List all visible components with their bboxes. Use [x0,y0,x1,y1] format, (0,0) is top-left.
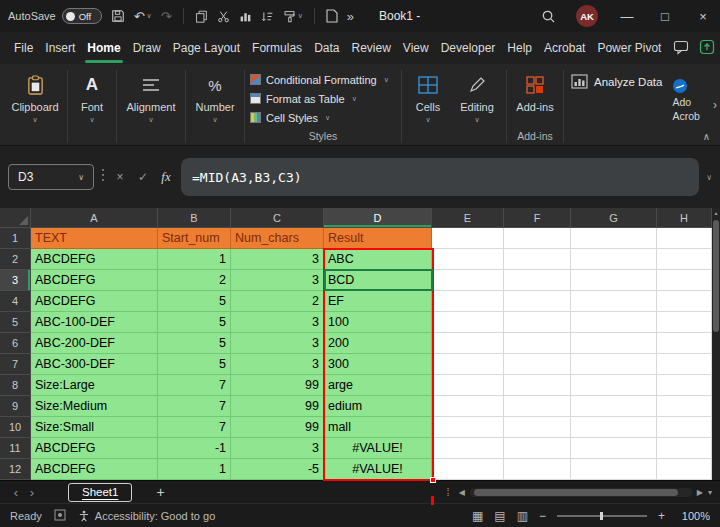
share-icon[interactable] [699,39,715,58]
cell-E11[interactable] [432,438,504,459]
conditional-formatting-button[interactable]: Conditional Formatting ∨ [250,70,396,89]
tab-file[interactable]: File [14,41,33,55]
vertical-scrollbar[interactable]: ▴ [712,208,720,480]
cell-G9[interactable] [571,396,657,417]
cell-B6[interactable]: 5 [158,333,231,354]
page-layout-view-icon[interactable]: ▤ [494,509,505,523]
cell-G1[interactable] [571,228,657,249]
cell-H6[interactable] [657,333,712,354]
cell-H12[interactable] [657,459,712,480]
zoom-slider[interactable] [557,510,647,522]
scroll-down-icon[interactable]: ▾ [708,488,712,497]
insert-function-button[interactable]: fx [158,169,174,185]
cell-F4[interactable] [504,291,571,312]
cell-C6[interactable]: 3 [231,333,324,354]
cell-D2[interactable]: ABC [324,249,432,270]
font-group-button[interactable]: A Font ∨ [71,68,113,145]
tab-review[interactable]: Review [351,41,390,55]
cell-A10[interactable]: Size:Small [31,417,158,438]
row-header-10[interactable]: 10 [0,417,31,438]
col-header-H[interactable]: H [657,208,712,228]
number-group-button[interactable]: % Number ∨ [189,68,241,145]
col-header-D[interactable]: D [324,208,432,228]
cut-icon[interactable] [217,10,230,23]
redo-icon[interactable]: ↷ [161,9,172,24]
cell-G5[interactable] [571,312,657,333]
tab-home[interactable]: Home [87,41,120,55]
cell-E1[interactable] [432,228,504,249]
zoom-in-icon[interactable]: + [658,509,665,523]
cell-H1[interactable] [657,228,712,249]
cell-B1[interactable]: Start_num [158,228,231,249]
cell-D4[interactable]: EF [324,291,432,312]
cell-D11[interactable]: #VALUE! [324,438,432,459]
account-avatar[interactable]: AK [576,5,598,27]
cell-C1[interactable]: Num_chars [231,228,324,249]
enter-button[interactable]: ✓ [135,170,151,184]
zoom-percent[interactable]: 100% [676,510,710,522]
addins-group-button[interactable]: Add-ins Add-ins [510,68,560,145]
scroll-up-icon[interactable]: ▴ [714,208,717,218]
row-header-6[interactable]: 6 [0,333,31,354]
cell-F9[interactable] [504,396,571,417]
tab-view[interactable]: View [403,41,429,55]
cell-H10[interactable] [657,417,712,438]
sheet-nav-left-icon[interactable]: ‹ [8,485,24,500]
search-icon[interactable] [541,9,556,24]
cell-A7[interactable]: ABC-300-DEF [31,354,158,375]
cell-A12[interactable]: ABCDEFG [31,459,158,480]
row-header-5[interactable]: 5 [0,312,31,333]
cell-F7[interactable] [504,354,571,375]
row-header-12[interactable]: 12 [0,459,31,480]
cell-C3[interactable]: 3 [231,270,324,291]
autosave-switch[interactable]: Off [62,8,102,24]
close-button[interactable]: × [694,9,712,24]
page-break-view-icon[interactable]: ▥ [517,509,528,523]
normal-view-icon[interactable]: ▦ [472,509,483,523]
row-header-8[interactable]: 8 [0,375,31,396]
zoom-out-icon[interactable]: − [539,509,546,523]
tab-developer[interactable]: Developer [441,41,496,55]
col-header-G[interactable]: G [571,208,657,228]
cell-C10[interactable]: 99 [231,417,324,438]
cell-G3[interactable] [571,270,657,291]
cell-A3[interactable]: ABCDEFG [31,270,158,291]
cell-F3[interactable] [504,270,571,291]
sheet-nav-right-icon[interactable]: › [24,485,40,500]
tab-power-pivot[interactable]: Power Pivot [597,41,661,55]
row-header-11[interactable]: 11 [0,438,31,459]
cell-H2[interactable] [657,249,712,270]
scroll-right-icon[interactable]: ▶ [697,488,703,497]
cell-A5[interactable]: ABC-100-DEF [31,312,158,333]
cell-A6[interactable]: ABC-200-DEF [31,333,158,354]
col-header-F[interactable]: F [504,208,571,228]
cell-H4[interactable] [657,291,712,312]
cell-E12[interactable] [432,459,504,480]
row-header-9[interactable]: 9 [0,396,31,417]
cell-F12[interactable] [504,459,571,480]
cell-D3[interactable]: BCD [324,270,432,291]
cell-B12[interactable]: 1 [158,459,231,480]
row-header-1[interactable]: 1 [0,228,31,249]
row-header-2[interactable]: 2 [0,249,31,270]
row-header-3[interactable]: 3 [0,270,31,291]
cancel-button[interactable]: × [112,170,128,184]
cells-group-button[interactable]: Cells ∨ [405,68,451,145]
select-all-corner[interactable] [0,208,31,228]
cell-H3[interactable] [657,270,712,291]
cell-G7[interactable] [571,354,657,375]
zoom-slider-thumb[interactable] [600,512,603,520]
cell-E9[interactable] [432,396,504,417]
ribbon-overflow-icon[interactable]: › [713,98,717,112]
cell-G11[interactable] [571,438,657,459]
cell-E7[interactable] [432,354,504,375]
cell-styles-button[interactable]: Cell Styles ∨ [250,108,396,127]
cell-B9[interactable]: 7 [158,396,231,417]
sheet-tab-sheet1[interactable]: Sheet1 [68,483,132,502]
cell-B2[interactable]: 1 [158,249,231,270]
cell-D12[interactable]: #VALUE! [324,459,432,480]
cell-D7[interactable]: 300 [324,354,432,375]
cell-E5[interactable] [432,312,504,333]
tab-formulas[interactable]: Formulas [252,41,302,55]
vertical-scrollbar-thumb[interactable] [713,220,719,332]
